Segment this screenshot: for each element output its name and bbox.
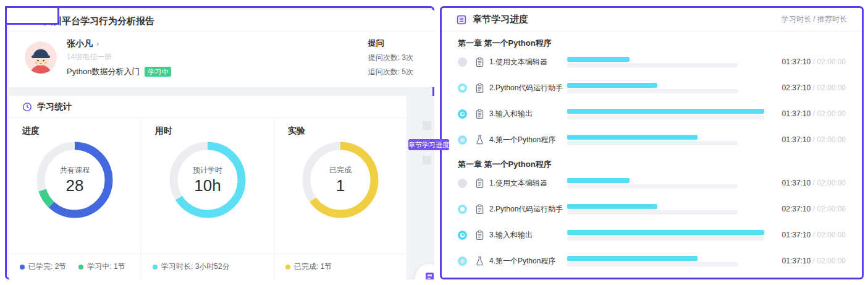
lesson-time: 01:37:10 / 02:00:00: [768, 135, 846, 144]
lesson-row[interactable]: 4.第一个Python程序01:37:10 / 02:00:00: [458, 248, 846, 274]
lesson-status-done-gray[interactable]: [458, 179, 467, 188]
lesson-status-ring[interactable]: [458, 205, 467, 214]
chapter-progress-panel: 章节学习进度 学习时长 / 推荐时长 第一章 第一个Python程序1.使用文本…: [440, 6, 864, 279]
lesson-progress-bars: [567, 57, 768, 67]
lesson-label: 3.输入和输出: [489, 109, 567, 119]
clipboard-icon: [474, 230, 485, 240]
followups-count: 追问次数: 5次: [368, 67, 413, 77]
lesson-time: 01:37:10 / 02:00:00: [768, 257, 846, 265]
legend-label: 学习时长: 3小时52分: [161, 262, 230, 272]
chapter-section-title: 第一章 第一个Python程序: [458, 153, 846, 170]
recommended-track-bar: [567, 210, 738, 215]
lesson-progress-bars: [567, 135, 768, 145]
lesson-row[interactable]: 1.使用文本编辑器01:37:10 / 02:00:00: [458, 170, 846, 196]
donut-chart: 共有课程28: [36, 142, 113, 218]
recommended-track-bar: [567, 262, 738, 266]
recommended-track-bar: [567, 184, 738, 189]
study-time: 01:37:10: [782, 257, 811, 265]
study-time: 01:37:10: [782, 135, 811, 144]
lesson-row[interactable]: 4.第一个Python程序01:37:10 / 02:00:00: [458, 127, 846, 153]
study-time: 01:37:10: [782, 231, 811, 239]
stats-body: 进度共有课程28已学完: 2节学习中: 1节用时预计学时10h学习时长: 3小时…: [9, 118, 407, 279]
dashboard-canvas: 实训平台学习行为分析报告: [0, 0, 868, 285]
questions-count: 提问次数: 3次: [368, 53, 413, 63]
lesson-label: 1.使用文本编辑器: [489, 57, 567, 67]
user-name-link[interactable]: 张小凡›: [67, 38, 171, 49]
stat-column-2: 用时预计学时10h学习时长: 3小时52分: [141, 118, 274, 279]
stat-legend: 学习时长: 3小时52分: [141, 253, 274, 279]
progress-fill-bar: [567, 83, 657, 88]
lesson-status-done-gray[interactable]: [458, 57, 467, 67]
lesson-progress-bars: [567, 256, 768, 266]
clipboard-icon: [474, 178, 485, 189]
user-avatar: [25, 41, 57, 74]
lesson-status-ring-gray[interactable]: [458, 257, 467, 266]
lesson-row[interactable]: 2.Python代码运行助手02:37:10 / 02:00:00: [458, 196, 846, 222]
clipboard-icon: [474, 204, 485, 215]
clipboard-icon: [474, 57, 485, 67]
legend-label: 已学完: 2节: [28, 262, 66, 272]
lesson-row[interactable]: 3.输入和输出01:37:10 / 02:00:00: [458, 222, 846, 248]
lesson-progress-bars: [567, 83, 768, 93]
progress-fill-bar: [567, 135, 697, 140]
side-strip: [407, 96, 434, 279]
progress-fill-bar: [567, 178, 630, 183]
stat-column-title: 实验: [274, 118, 407, 137]
lesson-label: 4.第一个Python程序: [489, 135, 567, 145]
lesson-progress-bars: [567, 178, 768, 189]
legend-dot: [153, 265, 158, 270]
legend-item: 学习中: 1节: [78, 262, 125, 272]
lesson-row[interactable]: 1.使用文本编辑器01:37:10 / 02:00:00: [458, 49, 846, 75]
progress-fill-bar: [567, 230, 764, 235]
lesson-status-ring-dot[interactable]: [458, 231, 467, 240]
lesson-status-ring-dot[interactable]: [458, 109, 467, 119]
user-info: 张小凡› 14级电信一班 Python数据分析入门 学习中: [67, 38, 171, 77]
legend-dot: [78, 265, 83, 270]
redacted-logo-box: [5, 6, 59, 25]
stat-column-title: 进度: [9, 118, 141, 137]
lesson-progress-bars: [567, 230, 768, 240]
recommended-time: / 02:00:00: [811, 205, 846, 213]
donut-chart: 预计学时10h: [169, 142, 246, 218]
recommended-time: / 02:00:00: [811, 83, 846, 92]
questions-title: 提问: [368, 38, 413, 49]
flask-icon: [474, 256, 485, 266]
lesson-row[interactable]: 3.输入和输出01:37:10 / 02:00:00: [458, 101, 846, 127]
duration-legend-label: 学习时长 / 推荐时长: [782, 14, 847, 25]
donut-chart: 已完成1: [302, 142, 379, 218]
recommended-track-bar: [567, 115, 764, 119]
study-time: 02:37:10: [782, 83, 811, 92]
legend-item: 已完成: 1节: [285, 262, 332, 272]
clipboard-icon: [474, 83, 485, 93]
lesson-label: 3.输入和输出: [489, 230, 567, 240]
lesson-progress-bars: [567, 204, 768, 215]
lesson-time: 02:37:10 / 02:00:00: [768, 83, 846, 92]
progress-fill-bar: [567, 204, 657, 209]
chapter-progress-anchor-button[interactable]: 章节学习进度: [408, 139, 449, 150]
chevron-right-icon: ›: [96, 39, 99, 48]
chapter-section-title: 第一章 第一个Python程序: [458, 32, 846, 49]
recommended-time: / 02:00:00: [811, 57, 846, 66]
floating-widget-button[interactable]: [415, 264, 434, 279]
progress-fill-bar: [567, 256, 697, 261]
side-square-bottom: [423, 156, 431, 164]
lesson-label: 2.Python代码运行助手: [489, 204, 567, 215]
recommended-time: / 02:00:00: [811, 109, 846, 118]
stat-column-1: 进度共有课程28已学完: 2节学习中: 1节: [9, 118, 141, 279]
status-badge: 学习中: [145, 67, 171, 77]
stat-legend: 已完成: 1节: [274, 253, 407, 279]
user-name: 张小凡: [67, 38, 93, 48]
chapter-progress-header: 章节学习进度 学习时长 / 推荐时长: [442, 8, 862, 32]
lesson-time: 02:37:10 / 02:00:00: [768, 205, 846, 213]
stats-panel: 学习统计 进度共有课程28已学完: 2节学习中: 1节用时预计学时10h学习时长…: [9, 96, 407, 279]
lesson-status-ring-gray[interactable]: [458, 135, 467, 145]
chapter-progress-title: 章节学习进度: [473, 14, 528, 25]
lesson-row[interactable]: 2.Python代码运行助手02:37:10 / 02:00:00: [458, 75, 846, 101]
stat-legend: 已学完: 2节学习中: 1节: [9, 253, 141, 279]
course-row: Python数据分析入门 学习中: [67, 66, 171, 77]
study-time: 01:37:10: [782, 57, 811, 66]
legend-label: 学习中: 1节: [87, 262, 125, 272]
lesson-status-ring[interactable]: [458, 83, 467, 93]
user-card: 张小凡› 14级电信一班 Python数据分析入门 学习中 提问 提问次数: 3…: [9, 32, 434, 77]
flask-icon: [474, 135, 485, 145]
